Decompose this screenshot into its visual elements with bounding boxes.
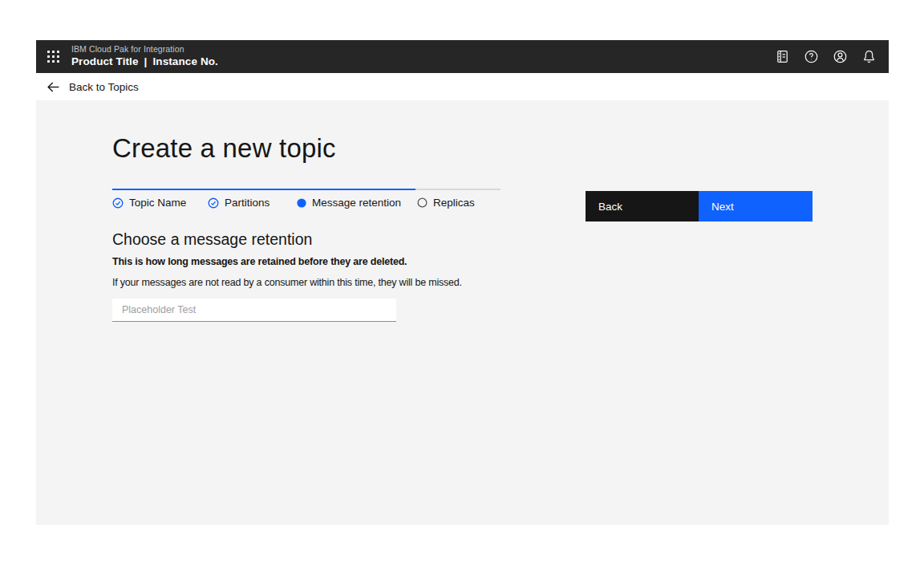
step-partitions[interactable]: Partitions [208,197,270,209]
help-icon [804,49,819,64]
header-brand: IBM Cloud Pak for Integration Product Ti… [71,45,218,68]
back-navigation-bar: Back to Topics [36,73,889,100]
progress-steps: Topic Name Partitions Message retention [112,197,500,211]
step-current-icon [297,198,306,208]
step-label: Topic Name [129,197,186,209]
wizard-button-set: Back Next [586,191,813,222]
next-button[interactable]: Next [699,191,813,222]
product-title: Product Title [71,55,139,67]
user-avatar-icon [833,49,848,64]
progress-fill [112,189,415,190]
header-actions [774,49,889,65]
section-heading: Choose a message retention [112,230,312,249]
retention-input[interactable] [112,299,396,322]
notifications-button[interactable] [861,49,877,65]
step-replicas[interactable]: Replicas [417,197,475,209]
retention-description: If your messages are not read by a consu… [112,277,462,288]
catalog-icon [775,49,790,64]
step-complete-icon [112,197,124,209]
notification-bell-icon [861,49,877,64]
create-topic-panel: Create a new topic Topic Name Partitions [36,100,889,525]
step-topic-name[interactable]: Topic Name [112,197,186,209]
back-to-topics-label: Back to Topics [69,81,139,93]
help-button[interactable] [803,49,819,65]
user-button[interactable] [832,49,848,65]
catalog-button[interactable] [774,49,790,65]
page-title: Create a new topic [112,132,336,165]
back-to-topics-link[interactable]: Back to Topics [47,80,139,94]
brand-eyebrow: IBM Cloud Pak for Integration [71,45,218,55]
progress-indicator: Topic Name Partitions Message retention [112,189,500,211]
step-label: Replicas [433,197,475,209]
app-switcher-button[interactable] [36,40,70,73]
step-complete-icon [208,197,219,209]
step-label: Partitions [225,197,270,209]
retention-description-bold: This is how long messages are retained b… [112,256,407,267]
brand-title-line: Product Title|Instance No. [71,56,218,68]
step-incomplete-icon [417,197,428,208]
back-button[interactable]: Back [586,191,699,222]
instance-number: Instance No. [152,55,217,67]
switcher-icon [47,51,59,63]
app-header: IBM Cloud Pak for Integration Product Ti… [36,40,889,73]
brand-separator: | [144,55,148,67]
step-label: Message retention [312,197,401,209]
arrow-left-icon [47,80,60,94]
progress-track [112,189,500,190]
step-message-retention[interactable]: Message retention [297,197,401,209]
